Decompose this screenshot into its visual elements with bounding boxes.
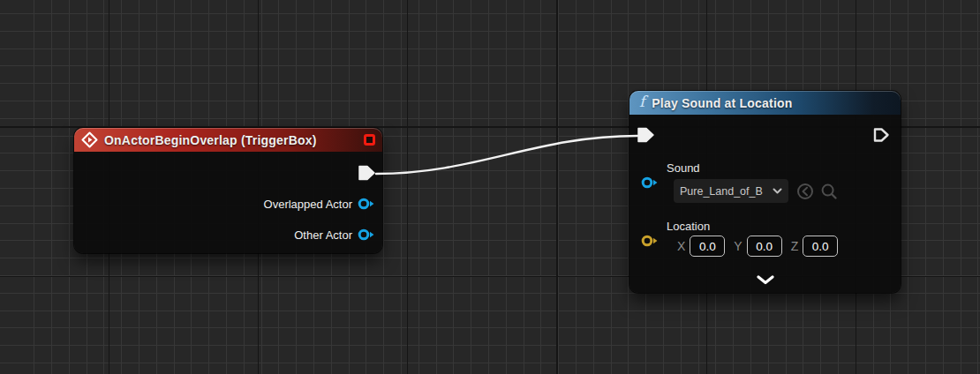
event-node-title: OnActorBeginOverlap (TriggerBox) <box>104 133 317 147</box>
function-node-play-sound-at-location[interactable]: f Play Sound at Location Sound Pure_Land… <box>629 91 901 293</box>
sound-asset-dropdown[interactable]: Pure_Land_of_B <box>674 179 788 203</box>
event-exec-out-pin[interactable] <box>358 164 376 182</box>
sound-asset-value: Pure_Land_of_B <box>680 185 769 198</box>
location-pin-label: Location <box>667 220 710 233</box>
axis-y-group: Y <box>734 236 781 257</box>
location-vector-pin[interactable] <box>641 234 658 248</box>
pin-row-other-actor: Other Actor <box>294 228 374 242</box>
function-exec-out-pin[interactable] <box>872 126 891 144</box>
sound-pin-label: Sound <box>667 161 700 175</box>
delegate-pin[interactable] <box>364 134 375 146</box>
object-pin-overlapped-actor[interactable] <box>358 197 374 211</box>
function-f-icon: f <box>637 94 645 111</box>
pin-row-overlapped-actor: Overlapped Actor <box>264 197 374 211</box>
axis-z-group: Z <box>791 236 839 257</box>
pin-label: Other Actor <box>294 228 352 242</box>
axis-x-input[interactable] <box>690 236 725 257</box>
event-node-onactorbeginoverlap[interactable]: OnActorBeginOverlap (TriggerBox) Overlap… <box>74 128 382 253</box>
pin-label: Overlapped Actor <box>264 198 352 211</box>
blueprint-graph[interactable]: OnActorBeginOverlap (TriggerBox) Overlap… <box>0 0 980 374</box>
axis-z-label: Z <box>791 239 799 253</box>
browse-to-asset-magnifier-icon[interactable] <box>820 183 838 200</box>
axis-x-label: X <box>677 239 685 253</box>
sound-object-pin[interactable] <box>641 176 658 190</box>
chevron-down-icon <box>773 188 782 194</box>
axis-y-label: Y <box>734 239 742 253</box>
axis-x-group: X <box>677 236 725 257</box>
axis-y-input[interactable] <box>747 236 782 257</box>
event-diamond-icon <box>81 131 98 148</box>
object-pin-other-actor[interactable] <box>358 228 374 242</box>
axis-z-input[interactable] <box>803 236 838 257</box>
location-xyz-row: X Y Z <box>677 236 838 257</box>
sound-asset-actions <box>796 183 838 200</box>
node-expand-button[interactable] <box>752 273 779 287</box>
event-node-header[interactable]: OnActorBeginOverlap (TriggerBox) <box>74 128 382 152</box>
function-node-title: Play Sound at Location <box>652 96 792 110</box>
function-exec-in-pin[interactable] <box>637 126 655 144</box>
use-selected-asset-icon[interactable] <box>796 183 814 200</box>
function-node-header[interactable]: f Play Sound at Location <box>629 91 901 115</box>
chevron-down-icon <box>756 275 775 285</box>
